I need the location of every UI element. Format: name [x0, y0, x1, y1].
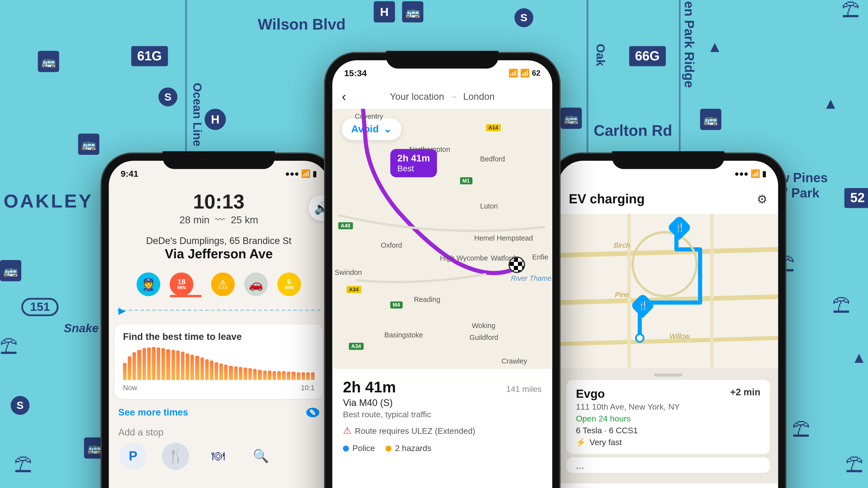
district-oakley: OAKLEY	[3, 190, 93, 212]
route-header: ‹ Your location → London	[332, 85, 552, 109]
bus-icon: 🚌	[38, 51, 59, 72]
station-address: 111 10th Ave, New York, NY	[576, 402, 760, 411]
search-button[interactable]: 🔍	[247, 443, 274, 470]
city-label: Oxford	[381, 241, 402, 250]
street-ocean-line: Ocean Line	[190, 83, 204, 147]
histogram-start: Now	[123, 384, 137, 392]
vehicle-icon[interactable]: 🚗	[244, 272, 268, 296]
stations-sheet[interactable]: Evgo +2 min 111 10th Ave, New York, NY O…	[558, 367, 778, 483]
city-label: Northampton	[409, 145, 450, 154]
best-time-title: Find the best time to leave	[123, 331, 315, 342]
city-label: Enfie	[532, 253, 549, 261]
road-marker-151: 151	[21, 298, 59, 316]
road-tag: A34	[349, 343, 364, 350]
route-from[interactable]: Your location	[390, 92, 444, 102]
street-park-ridge: en Park Ridge	[681, 1, 696, 88]
bus-icon: 🚌	[78, 134, 99, 155]
destination-via: Via Jefferson Ave	[115, 247, 323, 262]
city-label: River Thames	[511, 274, 552, 283]
hazard-row: 👮 18 MIN ⚠ 🚗 6 MIN	[109, 266, 329, 301]
phone-center: 15:34 📶 📶 62 ‹ Your location → London Av…	[324, 52, 560, 488]
status-time: 15:34	[344, 68, 367, 78]
current-location-dot	[635, 333, 644, 343]
label-pines: w Pines	[779, 170, 828, 186]
drag-handle[interactable]	[654, 373, 682, 376]
route-map[interactable]: Avoid ⌄ 2h 41m Best Coventry Northampton…	[332, 109, 552, 369]
bus-icon: 🚌	[0, 260, 21, 281]
station-name: Evgo	[576, 387, 604, 401]
road-tag: M4	[390, 301, 402, 308]
route-quality: Best route, typical traffic	[343, 410, 542, 419]
food-button[interactable]: 🍽	[205, 443, 232, 470]
parking-button[interactable]: P	[119, 443, 147, 470]
see-more-times-link[interactable]: See more times ✎	[109, 406, 329, 424]
route-via: Via M40 (S)	[343, 398, 542, 409]
city-label: Crawley	[501, 357, 527, 365]
station-plugs: 6 Tesla · 6 CCS1	[576, 425, 760, 435]
route-summary: 10:13 28 min 〰 25 km	[109, 186, 329, 233]
street-label: Birch	[614, 241, 630, 250]
warning-icon[interactable]: ⚠	[211, 272, 235, 296]
road-marker-66g: 66G	[629, 46, 665, 66]
station-detour: +2 min	[730, 387, 761, 401]
status-time: 9:41	[121, 168, 138, 178]
station-hours: Open 24 hours	[576, 414, 760, 423]
eta-distance: 25 km	[231, 215, 258, 226]
traffic-histogram	[123, 347, 315, 380]
city-label: Guildford	[469, 333, 498, 341]
station-card[interactable]: ⋯	[566, 457, 770, 473]
route-progress: ▶	[117, 303, 320, 316]
street-wilson: Wilson Blvd	[258, 15, 345, 34]
bus-icon: 🚌	[402, 1, 424, 23]
city-label: Basingstoke	[384, 331, 423, 339]
route-details: 141 miles 2h 41m Via M40 (S) Best route,…	[332, 369, 552, 462]
ulez-warning: ⚠ Route requires ULEZ (Extended)	[343, 425, 542, 436]
street-label: Willow	[669, 332, 690, 340]
subway-icon: S	[159, 88, 178, 106]
city-label: Hemel Hempstead	[474, 234, 533, 242]
city-label: Reading	[414, 295, 440, 304]
status-icons: ●●● 📶 ▮	[735, 169, 766, 178]
bolt-icon: ⚡	[576, 437, 586, 447]
label-park: / Park	[784, 186, 820, 201]
road-tag: M1	[460, 177, 472, 184]
ev-map[interactable]: 🍴 🍴 Birch Pine Willow	[558, 214, 778, 367]
arrow-icon: →	[449, 92, 458, 102]
warning-icon: ⚠	[343, 425, 351, 436]
road-tag: A40	[338, 222, 353, 229]
svg-point-0	[633, 232, 696, 296]
police-icon[interactable]: 👮	[136, 272, 160, 296]
road-marker-61g: 61G	[131, 46, 168, 66]
back-button[interactable]: ‹	[342, 89, 346, 104]
route-to: London	[463, 92, 495, 102]
city-label: Woking	[472, 321, 495, 330]
gear-icon[interactable]: ⚙	[757, 192, 767, 206]
histogram-end: 10:1	[301, 384, 315, 392]
phone-left: 9:41 ●●● 📶 ▮ 🔊 10:13 28 min 〰 25 km DeDe…	[101, 153, 337, 488]
street-label: Pine	[615, 291, 629, 299]
street-carlton: Carlton Rd	[593, 122, 672, 140]
city-label: Luton	[480, 202, 498, 210]
bus-icon: 🚌	[700, 109, 721, 130]
hazard-legend: Police 2 hazards	[343, 443, 542, 453]
street-oak: Oak	[593, 44, 607, 66]
page-title: EV charging	[569, 192, 645, 207]
subway-icon: S	[10, 396, 30, 415]
station-card[interactable]: Evgo +2 min 111 10th Ave, New York, NY O…	[566, 380, 770, 454]
arrival-time: 10:13	[119, 190, 318, 214]
bus-icon: 🚌	[560, 107, 582, 129]
city-label: Swindon	[335, 268, 362, 277]
phone-right: ●●● 📶 ▮ EV charging ⚙ 🍴 🍴	[550, 153, 786, 488]
city-label: High Wycombe	[440, 254, 488, 262]
status-icons: ●●● 📶 ▮	[285, 169, 317, 178]
road-tag: A14	[486, 124, 501, 131]
best-time-card[interactable]: Find the best time to leave Now 10:1	[115, 324, 323, 399]
ev-button[interactable]: 🍴	[162, 443, 189, 470]
delay-badge-2[interactable]: 6 MIN	[277, 272, 301, 296]
add-stop-label: Add a stop	[109, 424, 329, 443]
city-label: Bedford	[480, 155, 505, 163]
delay-badge[interactable]: 18 MIN	[169, 272, 193, 296]
destination-address: DeDe's Dumplings, 65 Brandice St	[115, 236, 323, 247]
station-speed: ⚡ Very fast	[576, 437, 760, 447]
road-marker-52: 52	[844, 188, 868, 208]
